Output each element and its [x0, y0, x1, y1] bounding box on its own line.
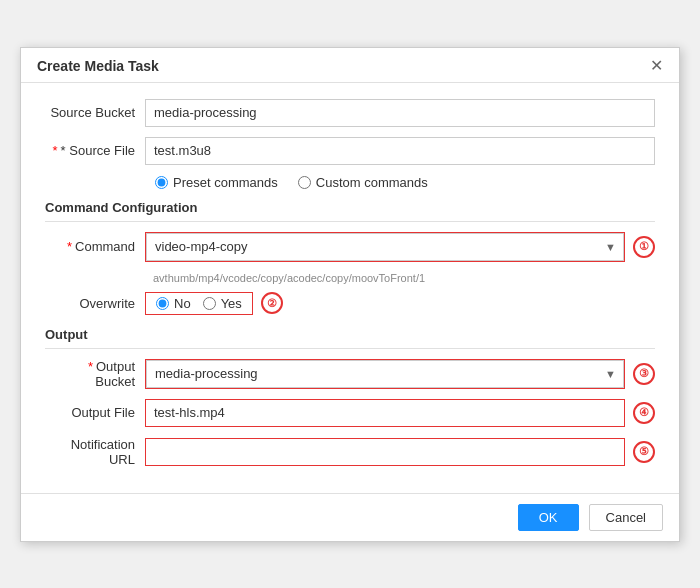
command-select-wrapper: video-mp4-copy ▼ [145, 232, 625, 262]
close-button[interactable]: ✕ [650, 58, 663, 74]
source-bucket-label: Source Bucket [45, 105, 145, 120]
overwrite-input-group: No Yes ② [145, 292, 655, 315]
cancel-button[interactable]: Cancel [589, 504, 663, 531]
badge-2: ② [261, 292, 283, 314]
output-bucket-select[interactable]: media-processing [146, 360, 624, 388]
output-bucket-select-wrapper: media-processing ▼ [145, 359, 625, 389]
preset-commands-option[interactable]: Preset commands [155, 175, 278, 190]
badge-4: ④ [633, 402, 655, 424]
output-bucket-row: *Output Bucket media-processing ▼ ③ [45, 359, 655, 389]
output-bucket-label: *Output Bucket [45, 359, 145, 389]
source-bucket-row: Source Bucket [45, 99, 655, 127]
source-bucket-input[interactable] [145, 99, 655, 127]
commands-radio-group: Preset commands Custom commands [145, 175, 428, 190]
command-input-group: video-mp4-copy ▼ ① [145, 232, 655, 262]
command-config-section: Command Configuration *Command video-mp4… [45, 200, 655, 315]
command-select[interactable]: video-mp4-copy [146, 233, 624, 261]
dialog-title: Create Media Task [37, 58, 159, 74]
preset-commands-radio[interactable] [155, 176, 168, 189]
create-media-task-dialog: Create Media Task ✕ Source Bucket ** Sou… [20, 47, 680, 542]
output-section: Output *Output Bucket media-processing ▼… [45, 327, 655, 467]
overwrite-yes-label: Yes [221, 296, 242, 311]
overwrite-no-radio[interactable] [156, 297, 169, 310]
output-section-title: Output [45, 327, 655, 349]
output-bucket-input-group: media-processing ▼ ③ [145, 359, 655, 389]
overwrite-no-label: No [174, 296, 191, 311]
badge-3: ③ [633, 363, 655, 385]
notification-url-row: Notification URL ⑤ [45, 437, 655, 467]
overwrite-label: Overwrite [45, 296, 145, 311]
command-hint: avthumb/mp4/vcodec/copy/acodec/copy/moov… [153, 272, 655, 284]
overwrite-no-option[interactable]: No [156, 296, 191, 311]
badge-1: ① [633, 236, 655, 258]
notification-url-label: Notification URL [45, 437, 145, 467]
overwrite-yes-option[interactable]: Yes [203, 296, 242, 311]
required-star: * [53, 143, 58, 158]
output-file-input-group: ④ [145, 399, 655, 427]
output-file-input[interactable] [145, 399, 625, 427]
command-row: *Command video-mp4-copy ▼ ① [45, 232, 655, 262]
source-file-row: ** Source File [45, 137, 655, 165]
dialog-footer: OK Cancel [21, 493, 679, 541]
notification-url-input[interactable] [145, 438, 625, 466]
command-config-title: Command Configuration [45, 200, 655, 222]
overwrite-yes-radio[interactable] [203, 297, 216, 310]
custom-commands-label: Custom commands [316, 175, 428, 190]
preset-commands-label: Preset commands [173, 175, 278, 190]
dialog-body: Source Bucket ** Source File Preset comm… [21, 83, 679, 493]
badge-5: ⑤ [633, 441, 655, 463]
custom-commands-radio[interactable] [298, 176, 311, 189]
overwrite-row: Overwrite No Yes ② [45, 292, 655, 315]
source-file-label: ** Source File [45, 143, 145, 158]
notification-url-input-group: ⑤ [145, 438, 655, 466]
dialog-header: Create Media Task ✕ [21, 48, 679, 83]
custom-commands-option[interactable]: Custom commands [298, 175, 428, 190]
source-file-input[interactable] [145, 137, 655, 165]
ok-button[interactable]: OK [518, 504, 579, 531]
commands-radio-row: Preset commands Custom commands [45, 175, 655, 190]
overwrite-options: No Yes [145, 292, 253, 315]
output-file-row: Output File ④ [45, 399, 655, 427]
output-file-label: Output File [45, 405, 145, 420]
command-label: *Command [45, 239, 145, 254]
